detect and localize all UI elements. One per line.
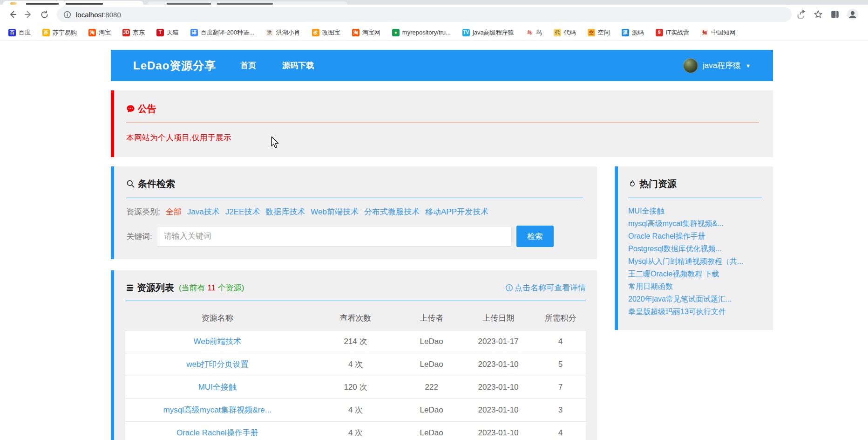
resource-name-link[interactable]: Web前端技术 — [193, 337, 241, 346]
bookmark-item[interactable]: 百 百度 — [8, 28, 31, 37]
user-menu[interactable]: java程序猿 ▼ — [683, 58, 751, 73]
bookmark-label: myrepository/tru... — [402, 29, 451, 36]
bookmark-label: 百度翻译-200种语... — [201, 28, 254, 37]
info-icon — [505, 284, 513, 292]
resource-list-title: 资源列表 — [137, 282, 174, 294]
resource-name-link[interactable]: web打印分页设置 — [186, 360, 248, 369]
nav-link[interactable]: 源码下载 — [282, 60, 314, 71]
hot-resource-link[interactable]: 2020年java常见笔试面试题汇... — [628, 293, 762, 305]
bookmark-item[interactable]: 源 源码 — [622, 28, 644, 37]
hot-resource-link[interactable]: Oracle Rachel操作手册 — [628, 230, 762, 242]
back-arrow-icon — [8, 10, 17, 19]
chevron-down-icon: ▼ — [746, 63, 751, 69]
bookmark-label: java高级程序猿 — [473, 28, 514, 37]
search-panel: 条件检索 资源类别: 全部 Java技术 J2EE技术 数据库技术 — [111, 166, 597, 259]
resource-date: 2023-01-10 — [461, 376, 535, 399]
resource-name-link[interactable]: MUI全接触 — [198, 383, 237, 392]
bookmark-favicon-icon: 空 — [588, 29, 595, 36]
hot-resource-link[interactable]: mysql高级mycat集群视频&... — [628, 217, 762, 230]
bookmark-label: 淘宝网 — [362, 28, 380, 37]
bookmark-item[interactable]: TV java高级程序猿 — [462, 28, 514, 37]
bookmark-item[interactable]: 空 空间 — [588, 28, 610, 37]
resource-uploader: LeDao — [401, 353, 461, 376]
detail-hint[interactable]: 点击名称可查看详情 — [505, 282, 586, 293]
bookmark-item[interactable]: 代 代码 — [554, 28, 576, 37]
resource-date: 2023-01-17 — [461, 330, 535, 353]
bookmark-item[interactable]: 洪 洪湖小肖 — [266, 28, 300, 37]
site-navbar: LeDao资源分享 首页 源码下载 java程序猿 ▼ — [111, 50, 773, 81]
resource-uploader: 222 — [401, 376, 461, 399]
bookmark-item[interactable]: 淘 淘宝 — [88, 28, 111, 37]
hot-resource-link[interactable]: 拳皇版超级玛丽13可执行文件 — [628, 305, 762, 318]
bookmark-star-icon[interactable] — [813, 9, 823, 20]
bookmark-favicon-icon: JD — [122, 29, 130, 36]
search-divider — [126, 198, 583, 198]
bookmark-item[interactable]: ● myrepository/tru... — [392, 29, 451, 36]
nav-links: 首页 源码下载 — [240, 60, 314, 71]
bookmark-label: 苏宁易购 — [53, 28, 77, 37]
address-bar[interactable]: localhost:8080 — [57, 7, 792, 22]
bookmark-label: 淘宝 — [99, 28, 111, 37]
browser-tab-active[interactable] — [3, 1, 143, 5]
forward-button[interactable] — [20, 7, 36, 22]
bookmark-favicon-icon: 淘 — [88, 29, 96, 36]
bookmark-item[interactable]: JD 京东 — [122, 28, 145, 37]
resource-list-title-row: 资源列表 — [125, 282, 174, 294]
bookmark-favicon-icon: 知 — [701, 29, 708, 36]
resource-points: 7 — [535, 376, 586, 399]
bookmark-item[interactable]: 译 百度翻译-200种语... — [190, 28, 254, 37]
bookmark-item[interactable]: T 天猫 — [156, 28, 179, 37]
category-link[interactable]: J2EE技术 — [225, 206, 260, 217]
bookmark-item[interactable]: 9 IT实战营 — [656, 28, 690, 37]
bookmark-item[interactable]: 改 改图宝 — [312, 28, 340, 37]
bookmark-item[interactable]: 苏 苏宁易购 — [42, 28, 77, 37]
bookmark-favicon-icon: 洪 — [266, 29, 273, 36]
hot-resource-link[interactable]: Postgresql数据库优化视频... — [628, 242, 762, 255]
resource-name-link[interactable]: Oracle Rachel操作手册 — [176, 428, 258, 437]
keyword-input[interactable] — [157, 226, 512, 247]
reload-button[interactable] — [36, 7, 52, 22]
resource-list-header: 资源列表 (当前有 11 个资源) — [125, 282, 586, 294]
category-link[interactable]: 分布式微服技术 — [364, 206, 420, 217]
hot-resources-panel: 热门资源 MUI全接触 mysql高级mycat集群视频&... Oracle … — [615, 166, 773, 330]
resource-views: 4 次 — [310, 353, 402, 376]
category-link[interactable]: 全部 — [166, 206, 182, 217]
forward-arrow-icon — [24, 10, 33, 19]
category-link[interactable]: 移动APP开发技术 — [425, 206, 488, 217]
search-button[interactable]: 检索 — [516, 226, 554, 247]
profile-avatar-icon[interactable] — [847, 8, 859, 21]
bookmark-item[interactable]: 鸟 鸟 — [526, 28, 542, 37]
bookmark-favicon-icon: 苏 — [42, 29, 50, 36]
site-brand[interactable]: LeDao资源分享 — [133, 58, 216, 73]
hot-resource-link[interactable]: Mysql从入门到精通视频教程（共... — [628, 255, 762, 268]
bookmark-favicon-icon: 鸟 — [526, 29, 533, 36]
category-link[interactable]: Java技术 — [187, 206, 220, 217]
resource-views: 4 次 — [310, 399, 402, 421]
hot-resource-link[interactable]: 王二暖Oracle视频教程 下载 — [628, 268, 762, 280]
back-button[interactable] — [5, 7, 20, 22]
side-panel-icon[interactable] — [830, 9, 840, 20]
hot-resource-link[interactable]: 常用日期函数 — [628, 280, 762, 293]
site-info-icon[interactable] — [63, 11, 71, 19]
bookmark-favicon-icon: 代 — [554, 29, 561, 36]
bookmark-favicon-icon: 百 — [8, 29, 16, 36]
bookmark-item[interactable]: 知 中国知网 — [701, 28, 735, 37]
category-link[interactable]: 数据库技术 — [265, 206, 305, 217]
share-icon[interactable] — [796, 9, 807, 20]
url-host: localhost — [76, 11, 103, 19]
announcement-title: 公告 — [138, 103, 156, 115]
nav-link[interactable]: 首页 — [240, 60, 256, 71]
browser-tab-strip — [0, 0, 868, 5]
web-page: LeDao资源分享 首页 源码下载 java程序猿 ▼ — [0, 41, 868, 440]
resource-name-link[interactable]: mysql高级mycat集群视频&re... — [163, 406, 271, 414]
hot-resource-link[interactable]: MUI全接触 — [628, 205, 762, 217]
toolbar-actions — [796, 8, 860, 21]
bookmark-favicon-icon: T — [156, 29, 164, 36]
category-link[interactable]: Web前端技术 — [311, 206, 359, 217]
resource-uploader: LeDao — [401, 421, 461, 440]
browser-tab-inactive[interactable] — [147, 1, 347, 5]
user-name: java程序猿 — [703, 60, 741, 71]
bookmark-label: 代码 — [564, 28, 576, 37]
bookmark-item[interactable]: 淘 淘宝网 — [352, 28, 380, 37]
reload-icon — [40, 10, 49, 19]
